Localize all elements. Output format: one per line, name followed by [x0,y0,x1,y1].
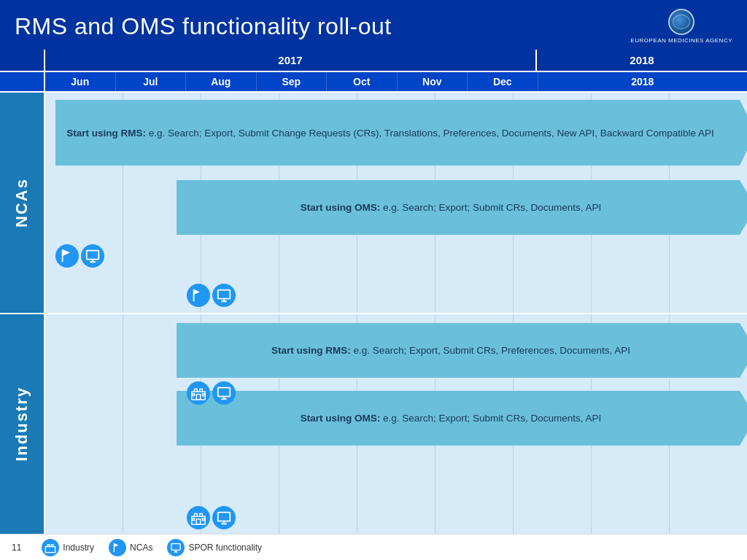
svg-rect-12 [218,513,231,521]
section-labels: NCAs Industry [0,93,45,534]
legend-industry-label: Industry [63,542,94,553]
nca-section: Start using RMS: e.g. Search; Export, Su… [45,93,747,314]
month-jul: Jul [116,72,187,91]
month-spacer [0,72,45,91]
ind-col-line-1 [45,314,123,534]
factory-icon-2 [187,506,210,529]
legend-computer-icon [167,539,185,556]
month-oct: Oct [327,72,398,91]
flag-icon-1 [55,244,79,268]
month-2018: 2018 [538,72,748,91]
page-number: 11 [12,542,21,553]
legend-flag-icon [109,539,126,556]
computer-icon-4 [212,506,236,529]
svg-rect-9 [196,519,201,524]
svg-rect-4 [196,394,201,399]
svg-rect-6 [203,393,205,395]
month-aug: Aug [186,72,257,91]
year-2017: 2017 [45,50,537,71]
oms-industry-text: Start using OMS: e.g. Search; Export; Su… [301,413,602,424]
page-title: RMS and OMS functionality roll-out [15,13,392,40]
section-industry-label: Industry [0,314,44,534]
ema-globe-icon [668,9,694,35]
industry-section: Start using RMS: e.g. Search; Export, Su… [45,314,747,534]
content-area: NCAs Industry [0,93,747,534]
month-sep: Sep [257,72,328,91]
footer: 11 Industry NCAs [0,534,747,560]
flag-icon-2 [187,284,210,307]
svg-rect-0 [87,250,99,259]
industry-label-text: Industry [12,386,31,462]
legend-spor: SPOR functionality [167,539,262,556]
month-row: Jun Jul Aug Sep Oct Nov Dec 2018 [0,72,747,93]
legend-nca: NCAs [109,539,152,556]
header: RMS and OMS functionality roll-out EUROP… [0,0,747,50]
computer-icon-2 [212,284,236,307]
rms-nca-text: Start using RMS: e.g. Search; Export, Su… [66,128,714,139]
grid-area: Start using RMS: e.g. Search; Export, Su… [45,93,747,534]
rms-nca-banner: Start using RMS: e.g. Search; Export, Su… [55,100,740,166]
svg-rect-7 [218,387,231,396]
oms-nca-text: Start using OMS: e.g. Search; Export; Su… [301,202,602,213]
ema-logo: EUROPEAN MEDICINES AGENCY [630,9,732,44]
month-dec: Dec [468,72,538,91]
svg-rect-5 [193,393,195,395]
industry-icon-group-1 [187,381,236,405]
legend-factory-icon [42,539,59,556]
month-nov: Nov [398,72,468,91]
computer-icon-3 [212,381,236,405]
rms-industry-text: Start using RMS: e.g. Search; Export, Su… [271,345,630,356]
rms-industry-banner: Start using RMS: e.g. Search; Export, Su… [177,323,740,378]
year-2018: 2018 [537,50,747,71]
computer-icon-1 [81,244,104,268]
ema-name: EUROPEAN MEDICINES AGENCY [630,37,732,44]
oms-industry-banner: Start using OMS: e.g. Search; Export; Su… [177,391,740,446]
svg-rect-13 [46,546,55,552]
oms-nca-banner: Start using OMS: e.g. Search; Export; Su… [177,180,740,235]
section-nca-label: NCAs [0,93,44,314]
factory-icon-1 [187,381,210,405]
year-spacer [0,50,45,71]
timeline-wrapper: 2017 2018 Jun Jul Aug Sep Oct Nov Dec 20… [0,50,747,534]
svg-rect-15 [171,543,180,550]
legend-nca-label: NCAs [130,542,152,553]
svg-rect-11 [203,518,205,521]
legend-industry: Industry [42,539,94,556]
month-jun: Jun [45,72,116,91]
year-row: 2017 2018 [0,50,747,72]
svg-rect-10 [193,518,195,521]
industry-icon-group-2 [187,506,236,529]
slide: RMS and OMS functionality roll-out EUROP… [0,0,747,560]
nca-icon-group-2 [187,284,236,307]
svg-rect-2 [218,289,231,298]
nca-label-text: NCAs [12,178,31,228]
nca-icon-group-1 [55,244,104,268]
legend-spor-label: SPOR functionality [188,542,262,553]
